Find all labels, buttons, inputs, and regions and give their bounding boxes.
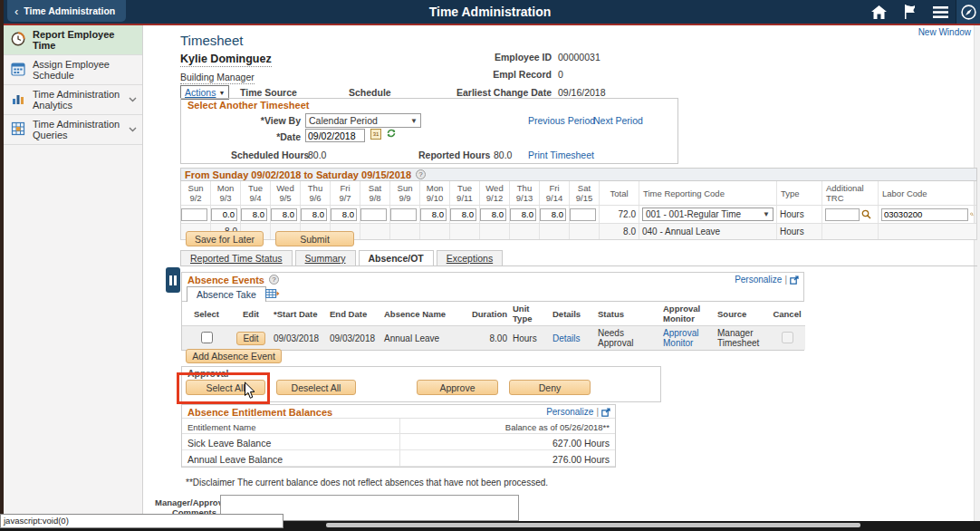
tab-summary[interactable]: Summary [295,250,356,266]
home-icon[interactable] [863,0,894,24]
personalize-link[interactable]: Personalize | [546,407,610,417]
separator: | [784,275,787,285]
section-title: Select Another Timesheet [187,100,310,111]
chevron-down-icon [129,127,137,132]
print-timesheet-link[interactable]: Print Timesheet [528,150,594,160]
new-window-link[interactable]: New Window [918,27,971,37]
help-icon[interactable]: ? [416,169,426,179]
hours-input[interactable] [420,208,447,221]
sidebar-item-label: Assign Employee Schedule [33,59,137,81]
edit-absence-button[interactable]: Edit [236,332,265,345]
caret-down-icon: ▼ [410,117,418,125]
add-absence-event-button[interactable]: Add Absence Event [186,349,282,363]
sidebar-item-report-employee-time[interactable]: Report Employee Time [4,25,142,55]
separator: | [596,407,599,417]
header-icon-group [863,0,980,24]
hours-input[interactable] [450,208,476,221]
actions-label: Actions [185,87,216,98]
hours-input[interactable] [181,208,207,221]
trc-value: 001 - 001-Regular Time [646,209,741,219]
save-for-later-button[interactable]: Save for Later [186,231,264,246]
hours-input[interactable] [211,208,237,221]
empl-record-label: Empl Record [398,69,552,80]
absence-duration: 8.00 [463,326,510,351]
balances-header-row: Entitlement Name Balance as of 05/26/201… [182,419,615,434]
help-icon[interactable]: ? [269,275,279,285]
sidebar-item-label: Time Administration Analytics [33,89,121,111]
sidebar-item-time-administration-queries[interactable]: Time Administration Queries [4,115,142,145]
employee-name[interactable]: Kylie Dominguez [180,53,272,67]
hours-input[interactable] [271,208,297,221]
personalize-label: Personalize [546,407,593,417]
scheduled-hours-value: 80.0 [308,150,326,160]
select-all-button[interactable]: Select All [186,380,265,395]
submit-button[interactable]: Submit [275,231,354,246]
balance-row-sick-leave: Sick Leave Balance 627.00 Hours [182,434,615,450]
employee-id-value: 00000031 [558,52,600,63]
menu-icon[interactable] [925,0,956,24]
schedule-label: Schedule [349,87,391,98]
deselect-all-button[interactable]: Deselect All [276,380,356,395]
next-period-link[interactable]: Next Period [593,115,643,126]
approve-button[interactable]: Approve [417,380,498,395]
view-by-select[interactable]: Calendar Period ▼ [305,113,421,128]
hours-input[interactable] [480,208,506,221]
calendar-icon [11,62,25,78]
tab-reported-time-status[interactable]: Reported Time Status [180,250,293,266]
trc-value: 040 - Annual Leave [639,224,777,239]
hours-input[interactable] [390,208,417,221]
absence-events-table: Select Edit *Start Date End Date Absence… [182,302,805,350]
select-absence-checkbox[interactable] [201,332,213,343]
screen-edge-strip [0,0,4,531]
absence-table-header: Select Edit *Start Date End Date Absence… [182,302,805,326]
refresh-icon[interactable] [386,128,397,140]
query-grid-icon [11,121,25,138]
personalize-link[interactable]: Personalize | [735,275,799,285]
deny-button[interactable]: Deny [509,380,591,395]
calendar-picker-icon[interactable]: 31 [370,129,381,140]
approval-monitor-link[interactable]: Approval Monitor [663,328,698,348]
select-another-timesheet-section: Select Another Timesheet *View By Calend… [180,98,678,164]
labor-code-input[interactable] [881,208,968,221]
tab-absence-ot[interactable]: Absence/OT [359,250,434,266]
absence-name: Annual Leave [381,326,463,351]
sidebar-item-assign-employee-schedule[interactable]: Assign Employee Schedule [4,55,142,85]
type-value: Hours [777,206,822,223]
chevron-down-icon [129,97,137,102]
page-title: Timesheet [180,33,243,48]
hours-input[interactable] [570,208,596,221]
balances-column-divider [399,419,400,467]
hours-input[interactable] [510,208,536,221]
tab-exceptions[interactable]: Exceptions [437,250,503,266]
flag-icon[interactable] [894,0,925,24]
lookup-magnifier-icon[interactable] [861,209,871,219]
sidebar-item-label: Report Employee Time [33,29,137,51]
approval-section: Approval Select All Deselect All Approve… [181,366,661,402]
sidebar-item-time-administration-analytics[interactable]: Time Administration Analytics [4,85,142,115]
hours-input[interactable] [331,208,357,221]
earliest-change-date-label: Earliest Change Date [398,87,552,98]
vertical-scrollbar[interactable] [974,25,980,521]
hours-input[interactable] [301,208,327,221]
previous-period-link[interactable]: Previous Period [528,115,595,126]
pause-button[interactable] [166,267,180,293]
navbar-compass-icon[interactable] [956,0,980,24]
trc-select[interactable]: 001 - 001-Regular Time ▼ [642,208,773,221]
absence-event-row: Edit 09/03/2018 09/03/2018 Annual Leave … [182,326,805,351]
absence-start-date: 09/03/2018 [271,326,327,351]
details-link[interactable]: Details [552,333,581,343]
hours-input[interactable] [360,208,387,221]
date-input[interactable] [305,129,365,142]
show-all-columns-icon[interactable] [265,289,280,300]
lookup-magnifier-icon[interactable] [970,209,974,219]
sidebar-item-label: Time Administration Queries [33,119,121,140]
subtab-absence-take[interactable]: Absence Take [187,286,266,302]
hours-input[interactable] [241,208,267,221]
hours-input[interactable] [540,208,566,221]
horizontal-scrollbar-thumb[interactable] [326,523,860,527]
employee-job-title[interactable]: Building Manager [180,72,255,84]
grid-title: From Sunday 09/02/2018 to Saturday 09/15… [185,169,411,180]
tab-divider-line [180,266,977,266]
employee-id-label: Employee ID [398,52,552,63]
additional-trc-input[interactable] [825,208,860,221]
